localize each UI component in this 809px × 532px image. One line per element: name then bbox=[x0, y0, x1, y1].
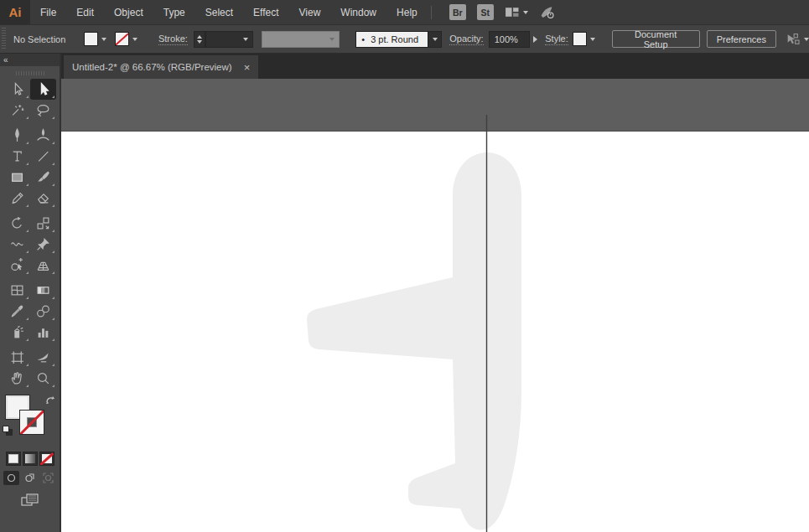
tool-rectangle[interactable] bbox=[4, 167, 30, 188]
select-similar-options[interactable] bbox=[785, 33, 809, 46]
none-slash-icon bbox=[115, 33, 129, 46]
tool-column-graph[interactable] bbox=[30, 322, 56, 343]
none-button[interactable] bbox=[39, 452, 54, 466]
tool-slice[interactable] bbox=[30, 347, 56, 368]
stepper-up-icon[interactable] bbox=[197, 35, 202, 39]
control-bar: No Selection Stroke: • 3 pt. Round Opaci… bbox=[0, 24, 809, 54]
tool-symbol-sprayer[interactable] bbox=[4, 322, 30, 343]
magic-wand-icon bbox=[10, 103, 24, 117]
tool-lasso[interactable] bbox=[30, 100, 56, 121]
menu-item-type[interactable]: Type bbox=[153, 0, 195, 24]
tool-eraser[interactable] bbox=[30, 188, 56, 209]
menu-item-effect[interactable]: Effect bbox=[243, 0, 288, 24]
draw-inside-button[interactable] bbox=[40, 471, 56, 485]
menu-item-window[interactable]: Window bbox=[330, 0, 386, 24]
bridge-button[interactable]: Br bbox=[449, 4, 466, 20]
symbol-sprayer-icon bbox=[10, 325, 24, 339]
brush-definition-dropdown[interactable]: • 3 pt. Round bbox=[355, 31, 428, 48]
tool-curvature[interactable] bbox=[30, 125, 56, 146]
control-bar-grip[interactable] bbox=[2, 28, 6, 50]
tool-selection[interactable] bbox=[30, 79, 56, 100]
eraser-icon bbox=[36, 191, 50, 205]
opacity-input[interactable]: 100% bbox=[489, 31, 531, 48]
tool-hand[interactable] bbox=[4, 368, 30, 389]
canvas-viewport[interactable] bbox=[61, 79, 809, 532]
tool-paintbrush[interactable] bbox=[30, 167, 56, 188]
stroke-weight-dropdown[interactable] bbox=[205, 31, 254, 48]
puppet-warp-icon bbox=[36, 237, 50, 251]
airplane-shape[interactable] bbox=[307, 152, 521, 529]
workspace-switcher[interactable] bbox=[505, 6, 528, 18]
tool-blend[interactable] bbox=[30, 301, 56, 322]
stroke-chevron-icon[interactable] bbox=[132, 38, 137, 41]
preferences-button[interactable]: Preferences bbox=[707, 30, 776, 48]
fill-chevron-icon[interactable] bbox=[101, 38, 106, 41]
style-swatch[interactable] bbox=[573, 32, 587, 46]
tool-width[interactable] bbox=[4, 234, 30, 255]
tool-zoom[interactable] bbox=[30, 368, 56, 389]
blend-icon bbox=[36, 304, 50, 318]
chevron-down-icon bbox=[243, 38, 248, 41]
artboard-icon bbox=[10, 350, 24, 364]
tools-panel-header: « bbox=[0, 54, 60, 66]
paint-mode-row bbox=[0, 452, 60, 466]
stroke-color-swatch[interactable] bbox=[115, 32, 129, 46]
stock-button[interactable]: St bbox=[477, 4, 494, 20]
tool-perspective-grid[interactable] bbox=[30, 255, 56, 276]
style-chevron-icon[interactable] bbox=[590, 38, 595, 41]
pen-icon bbox=[10, 128, 24, 142]
tool-artboard[interactable] bbox=[4, 347, 30, 368]
tools-grid bbox=[0, 79, 60, 389]
tool-puppet-warp[interactable] bbox=[30, 234, 56, 255]
menu-item-view[interactable]: View bbox=[289, 0, 331, 24]
menu-item-help[interactable]: Help bbox=[386, 0, 428, 24]
tool-shaper[interactable] bbox=[4, 188, 30, 209]
document-area: Untitled-2* @ 66.67% (RGB/Preview) × bbox=[61, 54, 809, 532]
menu-item-file[interactable]: File bbox=[30, 0, 66, 24]
draw-behind-button[interactable] bbox=[22, 471, 38, 485]
chevron-down-icon bbox=[433, 38, 438, 41]
gradient-button[interactable] bbox=[23, 452, 38, 466]
stepper-down-icon[interactable] bbox=[197, 40, 202, 44]
tool-magic-wand[interactable] bbox=[4, 100, 30, 121]
menu-item-object[interactable]: Object bbox=[104, 0, 153, 24]
tool-line-segment[interactable] bbox=[30, 146, 56, 167]
fill-stroke-controls bbox=[3, 395, 58, 448]
stroke-weight-stepper[interactable] bbox=[194, 31, 205, 48]
close-icon[interactable]: × bbox=[244, 62, 251, 73]
tool-type[interactable] bbox=[4, 146, 30, 167]
tool-pen[interactable] bbox=[4, 125, 30, 146]
opacity-expander-icon[interactable] bbox=[533, 36, 537, 43]
draw-normal-button[interactable] bbox=[3, 471, 19, 485]
shape-builder-icon bbox=[10, 258, 24, 272]
tool-gradient[interactable] bbox=[30, 280, 56, 301]
column-graph-icon bbox=[36, 325, 50, 339]
collapse-panel-button[interactable]: « bbox=[3, 55, 8, 65]
document-setup-button[interactable]: Document Setup bbox=[612, 30, 700, 48]
document-tab[interactable]: Untitled-2* @ 66.67% (RGB/Preview) × bbox=[63, 54, 259, 79]
brush-chevron-button[interactable] bbox=[428, 31, 442, 48]
tool-mesh[interactable] bbox=[4, 280, 30, 301]
tool-rotate[interactable] bbox=[4, 213, 30, 234]
workspace-switcher-icon bbox=[505, 6, 519, 18]
tool-shape-builder[interactable] bbox=[4, 255, 30, 276]
color-button[interactable] bbox=[6, 452, 21, 466]
change-screen-mode-button[interactable] bbox=[19, 493, 41, 508]
fill-color-swatch[interactable] bbox=[84, 32, 98, 46]
tool-scale[interactable] bbox=[30, 213, 56, 234]
stroke-swatch[interactable] bbox=[19, 410, 44, 435]
eyedropper-icon bbox=[10, 304, 24, 318]
tools-panel-grip[interactable] bbox=[16, 71, 44, 75]
menu-item-select[interactable]: Select bbox=[195, 0, 243, 24]
opacity-label[interactable]: Opacity: bbox=[449, 34, 483, 45]
default-fill-stroke-icon[interactable] bbox=[3, 426, 13, 436]
style-label[interactable]: Style: bbox=[545, 34, 568, 45]
gpu-performance[interactable] bbox=[539, 5, 555, 19]
menu-item-edit[interactable]: Edit bbox=[66, 0, 104, 24]
tool-eyedropper[interactable] bbox=[4, 301, 30, 322]
stroke-weight-label[interactable]: Stroke: bbox=[158, 34, 188, 45]
illustrator-window: Ai FileEditObjectTypeSelectEffectViewWin… bbox=[0, 0, 809, 532]
swap-fill-stroke-icon[interactable] bbox=[44, 395, 56, 405]
tool-direct-selection[interactable] bbox=[4, 79, 30, 100]
direct-selection-icon bbox=[10, 82, 24, 96]
